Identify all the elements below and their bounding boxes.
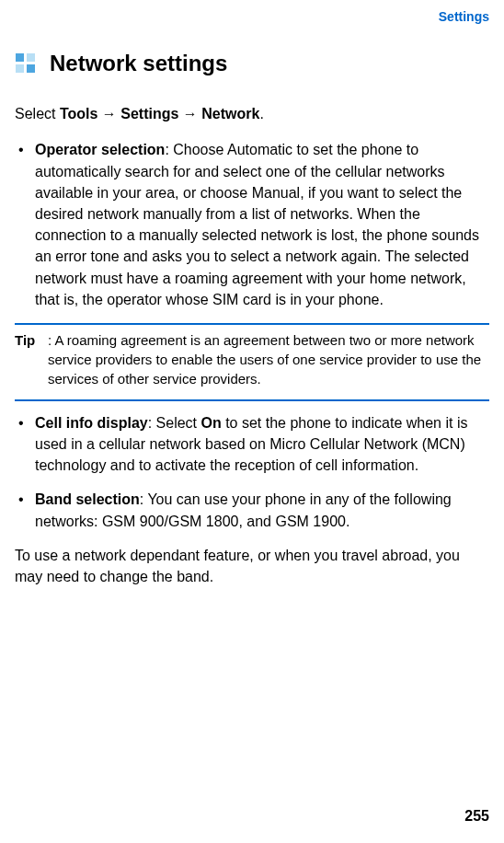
- bullet-marker: •: [18, 412, 35, 477]
- bullet-body: Operator selection: Choose Automatic to …: [35, 139, 489, 310]
- bullet-label: Cell info display: [35, 415, 148, 431]
- intro-path-tools: Tools: [60, 106, 97, 121]
- bullet-body: Band selection: You can use your phone i…: [35, 489, 489, 531]
- svg-rect-1: [27, 53, 35, 62]
- intro-text: Select Tools → Settings → Network.: [15, 104, 489, 124]
- intro-arrow2: →: [178, 106, 201, 121]
- bullet-text: : Choose Automatic to set the phone to a…: [35, 142, 479, 306]
- intro-suffix: .: [259, 106, 263, 121]
- bullet-label: Band selection: [35, 491, 140, 507]
- bullet-band-selection: • Band selection: You can use your phone…: [15, 489, 489, 531]
- tip-label: Tip: [15, 330, 48, 388]
- tip-block: Tip : A roaming agreement is an agreemen…: [15, 330, 489, 388]
- bullet-operator-selection: • Operator selection: Choose Automatic t…: [15, 139, 489, 310]
- bullet-marker: •: [18, 139, 35, 310]
- svg-rect-3: [27, 64, 35, 73]
- bullet-cell-info: • Cell info display: Select On to set th…: [15, 412, 489, 477]
- svg-rect-0: [16, 53, 24, 62]
- svg-rect-2: [16, 64, 24, 73]
- page-title: Network settings: [50, 51, 227, 76]
- bullet-marker: •: [18, 489, 35, 531]
- header-section-label: Settings: [439, 9, 489, 24]
- tip-separator-bottom: [15, 399, 489, 401]
- title-row: Network settings: [15, 51, 489, 76]
- intro-arrow1: →: [97, 106, 120, 121]
- intro-path-settings: Settings: [120, 106, 178, 121]
- bullet-on: On: [201, 415, 222, 431]
- closing-text: To use a network dependant feature, or w…: [15, 545, 489, 587]
- bullet-label: Operator selection: [35, 142, 165, 157]
- bullet-body: Cell info display: Select On to set the …: [35, 412, 489, 477]
- intro-path-network: Network: [201, 106, 259, 121]
- squares-icon: [15, 52, 37, 75]
- tip-separator-top: [15, 323, 489, 325]
- page-content: Network settings Select Tools → Settings…: [0, 0, 504, 587]
- tip-text: : A roaming agreement is an agreement be…: [48, 330, 489, 388]
- bullet-text-pre: : Select: [148, 415, 201, 431]
- intro-prefix: Select: [15, 106, 60, 121]
- page-number: 255: [464, 808, 489, 825]
